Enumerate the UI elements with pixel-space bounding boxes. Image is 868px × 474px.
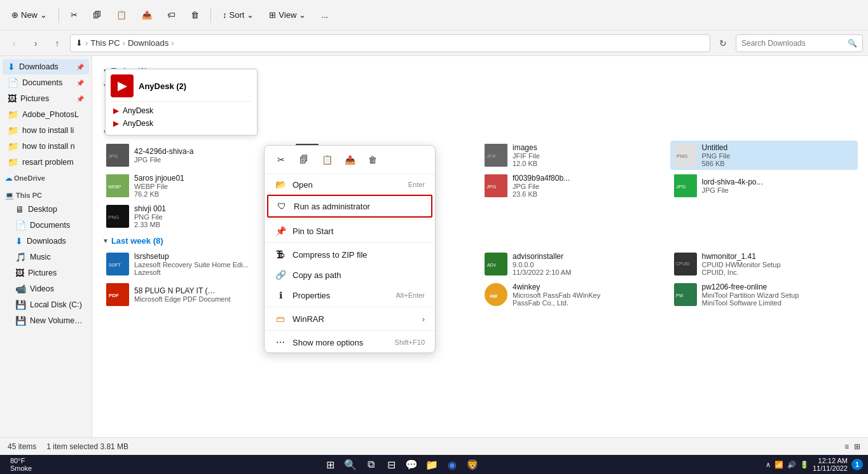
- search-box[interactable]: 🔍: [736, 34, 863, 52]
- sidebar-item-downloads2[interactable]: ⬇ Downloads: [3, 234, 89, 249]
- list-item[interactable]: JPG lord-shiva-4k-po... JPG File: [670, 171, 858, 200]
- taskbar-right: ∧ 📶 🔊 🔋 12:12 AM 11/11/2022 1: [766, 457, 863, 472]
- file-type: JPG File: [513, 183, 570, 190]
- back-button[interactable]: ‹: [5, 34, 23, 52]
- list-item[interactable]: JFIF images JFIF File 12.0 KB: [481, 141, 669, 170]
- sort-button[interactable]: ↕ Sort ⌄: [216, 8, 260, 22]
- forward-button[interactable]: ›: [27, 34, 45, 52]
- volume-icon[interactable]: 🔊: [787, 461, 796, 469]
- group-lastweek: ▼ Last week (8): [102, 236, 858, 246]
- list-item[interactable]: ADV advisorinstaller 9.0.0.0 11/3/2022 2…: [481, 249, 669, 279]
- ctx-props-icon: ℹ: [275, 290, 286, 300]
- file-info: lord-shiva-4k-po... JPG File: [702, 178, 763, 194]
- more-button[interactable]: ...: [315, 8, 334, 22]
- copy-button[interactable]: 🗐: [86, 8, 107, 22]
- brave-button[interactable]: 🦁: [465, 457, 480, 472]
- list-item[interactable]: PNG shivji 001 PNG File 2.33 MB: [102, 202, 291, 231]
- search-input[interactable]: [741, 39, 845, 48]
- list-item[interactable]: WEBP 5aros jnjoue01 WEBP File 76.2 KB: [102, 171, 291, 200]
- sidebar-item-pictures2[interactable]: 🖼 Pictures: [3, 265, 89, 281]
- list-item[interactable]: PDF 58 PLUG N PLAY IT (SEJAL INTERIORS) …: [102, 280, 291, 309]
- list-item[interactable]: 4W 4winkey Microsoft PassFab 4WinKey Pas…: [481, 280, 669, 309]
- chrome-button[interactable]: ◉: [444, 457, 460, 472]
- search-taskbar-button[interactable]: 🔍: [343, 457, 358, 472]
- sidebar-item-pictures[interactable]: 🖼 Pictures 📌: [3, 91, 89, 106]
- paste-button[interactable]: 📋: [110, 8, 133, 22]
- taskbar-time[interactable]: 12:12 AM 11/11/2022: [813, 457, 848, 472]
- ctx-pin-start[interactable]: 📌 Pin to Start: [265, 221, 435, 241]
- sidebar-item-adobe[interactable]: 📁 Adobe_PhotosL: [3, 107, 89, 122]
- chevron-up-icon[interactable]: ∧: [766, 461, 771, 469]
- view-grid-icon[interactable]: ⊞: [854, 442, 860, 451]
- sidebar-label-adobe: Adobe_PhotosL: [22, 110, 84, 119]
- view-button[interactable]: ⊞ View ⌄: [263, 8, 312, 22]
- ctx-copy-button[interactable]: 🗐: [294, 150, 314, 170]
- sidebar-item-videos[interactable]: 📹 Videos: [3, 281, 89, 296]
- refresh-button[interactable]: ↻: [714, 34, 732, 52]
- sidebar-item-documents[interactable]: 📄 Documents 📌: [3, 75, 89, 90]
- svg-text:ADV: ADV: [487, 263, 497, 267]
- widgets-button[interactable]: ⊟: [383, 457, 399, 472]
- chat-button[interactable]: 💬: [404, 457, 419, 472]
- battery-icon[interactable]: 🔋: [800, 461, 809, 469]
- sidebar-item-newvolume[interactable]: 💾 New Volume (D: [3, 313, 89, 328]
- address-path[interactable]: ⬇ › This PC › Downloads ›: [70, 34, 710, 52]
- rename-button[interactable]: 🏷: [161, 8, 182, 22]
- toggle-lastweek[interactable]: ▼: [102, 237, 109, 244]
- ctx-run-admin[interactable]: 🛡 Run as administrator: [267, 195, 432, 218]
- ctx-open-icon: 📂: [275, 179, 286, 190]
- delete-button[interactable]: 🗑: [184, 8, 205, 22]
- ctx-compress[interactable]: 🗜 Compress to ZIP file: [265, 244, 435, 265]
- ctx-share-button[interactable]: 📤: [340, 150, 360, 170]
- list-item[interactable]: JPG 42-4296d-shiva-a JPG File: [102, 141, 291, 170]
- sidebar-item-downloads[interactable]: ⬇ Downloads 📌: [3, 59, 89, 74]
- ctx-copy-path[interactable]: 🔗 Copy as path: [265, 265, 435, 285]
- ctx-properties[interactable]: ℹ Properties Alt+Enter: [265, 285, 435, 305]
- sidebar-item-desktop[interactable]: 🖥 Desktop: [3, 202, 89, 217]
- videos-icon: 📹: [15, 284, 26, 294]
- wifi-icon[interactable]: 📶: [775, 461, 783, 469]
- sidebar-item-how-n[interactable]: 📁 how to install n: [3, 139, 89, 154]
- list-item[interactable]: JPG f0039b9a4f80b... JPG File 23.6 KB: [481, 171, 669, 200]
- sidebar-item-music[interactable]: 🎵 Music: [3, 249, 89, 265]
- start-button[interactable]: ⊞: [322, 457, 338, 472]
- ctx-cut-button[interactable]: ✂: [271, 150, 291, 170]
- ctx-paste-button[interactable]: 📋: [317, 150, 337, 170]
- taskview-button[interactable]: ⧉: [363, 457, 378, 472]
- file-info: advisorinstaller 9.0.0.0 11/3/2022 2:10 …: [513, 252, 571, 276]
- file-thumb: PNG: [674, 144, 697, 167]
- sidebar-item-resort[interactable]: 📁 resart problem: [3, 155, 89, 170]
- sidebar-label-documents2: Documents: [30, 221, 84, 230]
- svg-text:JPG: JPG: [676, 184, 686, 190]
- new-button[interactable]: ⊕ New ⌄: [5, 8, 53, 22]
- anydesk-file2[interactable]: ▶ AnyDesk: [111, 117, 252, 130]
- more-label: ...: [321, 10, 328, 20]
- share-button[interactable]: 📤: [135, 8, 158, 22]
- sidebar-item-how-li[interactable]: 📁 how to install li: [3, 123, 89, 138]
- svg-text:PNG: PNG: [677, 153, 687, 159]
- up-button[interactable]: ↑: [48, 34, 66, 52]
- ctx-show-more[interactable]: ⋯ Show more options Shift+F10: [265, 332, 435, 352]
- list-item[interactable]: SOFT lsrshsetup Lazesoft Recovery Suite …: [102, 249, 291, 279]
- list-item[interactable]: PNG Untitled PNG File 586 KB: [670, 141, 858, 170]
- list-item[interactable]: PW pw1206-free-online MiniTool Partition…: [670, 280, 858, 309]
- notification-badge[interactable]: 1: [851, 459, 863, 470]
- file-thumb: ADV: [485, 253, 507, 275]
- sidebar-label-how-n: how to install n: [22, 142, 84, 151]
- sidebar-item-documents2[interactable]: 📄 Documents: [3, 218, 89, 233]
- ctx-open[interactable]: 📂 Open Enter: [265, 174, 435, 195]
- file-info: f0039b9a4f80b... JPG File 23.6 KB: [513, 174, 570, 198]
- pin-icon-documents: 📌: [76, 80, 84, 87]
- resort-icon: 📁: [8, 157, 18, 167]
- taskbar-center: ⊞ 🔍 ⧉ ⊟ 💬 📁 ◉ 🦁: [39, 457, 763, 472]
- view-list-icon[interactable]: ≡: [844, 442, 849, 451]
- ctx-more-shortcut: Shift+F10: [395, 338, 425, 346]
- explorer-button[interactable]: 📁: [424, 457, 439, 472]
- anydesk-file1[interactable]: ▶ AnyDesk: [111, 104, 252, 117]
- list-item[interactable]: CPUID hwmonitor_1.41 CPUID HWMonitor Set…: [670, 249, 858, 279]
- cut-button[interactable]: ✂: [64, 8, 84, 22]
- sidebar-item-localdisk[interactable]: 💾 Local Disk (C:): [3, 297, 89, 312]
- ctx-sep4: [265, 330, 435, 331]
- ctx-winrar[interactable]: 🗃 WinRAR ›: [265, 309, 435, 329]
- ctx-delete-button[interactable]: 🗑: [362, 150, 383, 170]
